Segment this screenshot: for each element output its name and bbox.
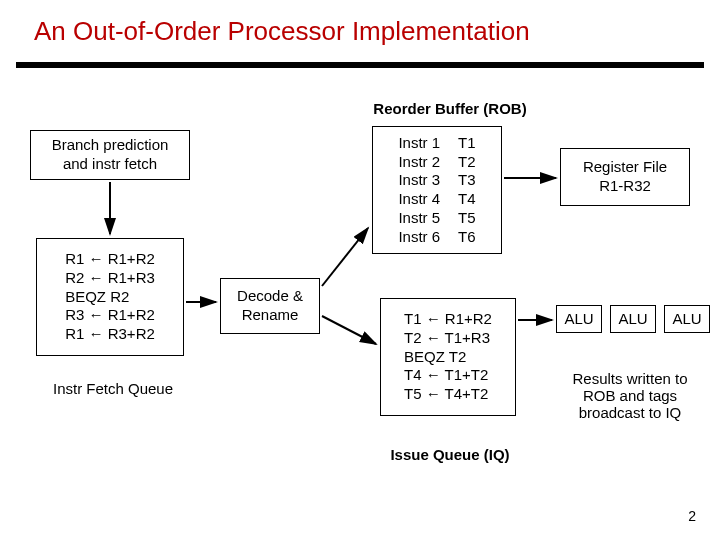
rob-instr-col: Instr 1Instr 2Instr 3Instr 4Instr 5Instr… <box>398 134 440 247</box>
decode-rename-box: Decode & Rename <box>220 278 320 334</box>
alu-box-3: ALU <box>664 305 710 333</box>
iq-instr-list: T1 ← R1+R2T2 ← T1+R3BEQZ T2T4 ← T1+T2T5 … <box>404 310 492 404</box>
rob-tag-col: T1T2T3T4T5T6 <box>458 134 476 247</box>
branch-prediction-box: Branch prediction and instr fetch <box>30 130 190 180</box>
svg-line-2 <box>322 228 368 286</box>
alu-box-1: ALU <box>556 305 602 333</box>
page-number: 2 <box>688 508 696 524</box>
title-rule <box>16 62 704 68</box>
issue-queue-box: T1 ← R1+R2T2 ← T1+R3BEQZ T2T4 ← T1+T2T5 … <box>380 298 516 416</box>
register-file-box: Register File R1-R32 <box>560 148 690 206</box>
fetch-instr-list: R1 ← R1+R2R2 ← R1+R3BEQZ R2R3 ← R1+R2R1 … <box>65 250 155 344</box>
iq-label: Issue Queue (IQ) <box>370 446 530 463</box>
rob-label: Reorder Buffer (ROB) <box>340 100 560 117</box>
ifq-label: Instr Fetch Queue <box>28 380 198 397</box>
slide-title: An Out-of-Order Processor Implementation <box>34 16 530 47</box>
rob-box: Instr 1Instr 2Instr 3Instr 4Instr 5Instr… <box>372 126 502 254</box>
results-label: Results written to ROB and tags broadcas… <box>550 370 710 421</box>
svg-line-3 <box>322 316 376 344</box>
alu-box-2: ALU <box>610 305 656 333</box>
fetch-queue-box: R1 ← R1+R2R2 ← R1+R3BEQZ R2R3 ← R1+R2R1 … <box>36 238 184 356</box>
